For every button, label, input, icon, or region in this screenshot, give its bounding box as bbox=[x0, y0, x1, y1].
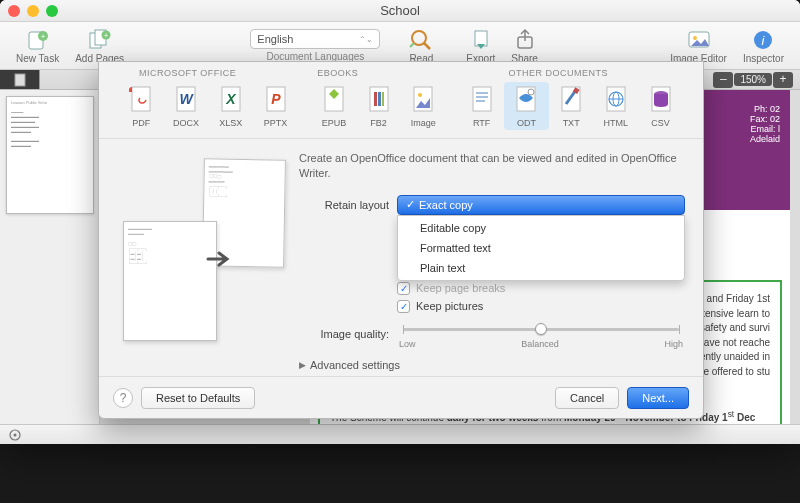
format-fb2[interactable]: FB2 bbox=[356, 82, 401, 130]
cancel-button[interactable]: Cancel bbox=[555, 387, 619, 409]
format-docx[interactable]: WDOCX bbox=[164, 82, 209, 130]
gear-icon[interactable] bbox=[8, 428, 22, 442]
checkmark-icon: ✓ bbox=[406, 198, 415, 211]
add-pages-icon: + bbox=[87, 27, 113, 53]
retain-option-formatted[interactable]: Formatted text bbox=[398, 238, 684, 258]
chevron-updown-icon: ⌃⌄ bbox=[359, 35, 373, 44]
format-categories: MICROSOFT OFFICE EBOOKS OTHER DOCUMENTS bbox=[99, 62, 703, 78]
conversion-preview: ▬▬▬▬▬▬▬▬▬▬▬◯◯◯▬▬▬▬┌──┬──┐│ │ │└──┴──┘ ▬▬… bbox=[117, 151, 287, 331]
status-bar bbox=[0, 424, 800, 444]
document-tab[interactable] bbox=[0, 70, 40, 89]
export-button[interactable]: Export bbox=[460, 25, 501, 66]
svg-rect-28 bbox=[378, 92, 381, 106]
window-title: School bbox=[380, 3, 420, 18]
format-pdf[interactable]: PDF bbox=[119, 82, 164, 130]
image-editor-button[interactable]: Image Editor bbox=[664, 25, 733, 66]
format-txt[interactable]: TXT bbox=[549, 82, 594, 130]
svg-text:+: + bbox=[104, 32, 108, 39]
svg-point-17 bbox=[14, 434, 17, 437]
add-pages-button[interactable]: + Add Pages bbox=[69, 25, 130, 66]
format-xlsx[interactable]: XXLSX bbox=[208, 82, 253, 130]
page-icon bbox=[14, 73, 26, 87]
zoom-out-button[interactable]: – bbox=[713, 72, 733, 88]
export-sheet: MICROSOFT OFFICE EBOOKS OTHER DOCUMENTS … bbox=[98, 61, 704, 419]
image-quality-slider[interactable] bbox=[403, 321, 679, 337]
svg-point-7 bbox=[412, 31, 426, 45]
svg-text:X: X bbox=[225, 91, 237, 107]
svg-text:P: P bbox=[271, 91, 281, 107]
help-button[interactable]: ? bbox=[113, 388, 133, 408]
zoom-window-button[interactable] bbox=[46, 5, 58, 17]
image-quality-label: Image quality: bbox=[299, 328, 389, 340]
zoom-controls: – 150% + bbox=[712, 70, 800, 89]
traffic-lights bbox=[8, 5, 58, 17]
svg-point-37 bbox=[528, 89, 534, 95]
retain-option-editable[interactable]: Editable copy bbox=[398, 218, 684, 238]
svg-point-31 bbox=[418, 93, 422, 97]
read-icon bbox=[408, 27, 434, 53]
language-selector[interactable]: English⌃⌄ Document Languages bbox=[250, 29, 380, 62]
zoom-value[interactable]: 150% bbox=[734, 73, 772, 86]
read-button[interactable]: Read bbox=[402, 25, 440, 66]
svg-rect-15 bbox=[15, 74, 25, 86]
format-rtf[interactable]: RTF bbox=[459, 82, 504, 130]
checkbox-icon: ✓ bbox=[397, 300, 410, 313]
disclosure-triangle-icon: ▶ bbox=[299, 360, 306, 370]
svg-rect-9 bbox=[475, 31, 487, 46]
new-task-button[interactable]: + New Task bbox=[10, 25, 65, 66]
retain-layout-label: Retain layout bbox=[299, 199, 389, 211]
keep-page-breaks-checkbox: ✓ Keep page breaks bbox=[397, 282, 685, 295]
svg-rect-27 bbox=[374, 92, 377, 106]
export-icon bbox=[468, 27, 494, 53]
format-html[interactable]: HTML bbox=[594, 82, 639, 130]
sheet-footer: ? Reset to Defaults Cancel Next... bbox=[99, 376, 703, 418]
arrow-icon bbox=[205, 246, 231, 272]
format-pptx[interactable]: PPPTX bbox=[253, 82, 298, 130]
retain-option-plain[interactable]: Plain text bbox=[398, 258, 684, 278]
svg-line-8 bbox=[424, 43, 430, 49]
titlebar: School bbox=[0, 0, 800, 22]
advanced-settings-toggle[interactable]: ▶ Advanced settings bbox=[299, 359, 685, 371]
share-button[interactable]: Share bbox=[505, 25, 544, 66]
new-task-icon: + bbox=[25, 27, 51, 53]
retain-layout-dropdown[interactable]: ✓Exact copy Editable copy Formatted text… bbox=[397, 195, 685, 215]
format-image[interactable]: Image bbox=[401, 82, 446, 130]
format-description: Create an OpenOffice document that can b… bbox=[299, 151, 685, 181]
reset-defaults-button[interactable]: Reset to Defaults bbox=[141, 387, 255, 409]
format-row: PDF WDOCX XXLSX PPPTX EPUB FB2 Image RTF… bbox=[99, 78, 703, 139]
format-odt[interactable]: ODT bbox=[504, 82, 549, 130]
svg-text:W: W bbox=[179, 91, 194, 107]
page-thumbnail[interactable]: Lawson Public Scho━━━━━━▬▬▬▬▬▬▬▬▬▬▬▬▬▬▬▬… bbox=[6, 96, 94, 214]
slider-knob[interactable] bbox=[535, 323, 547, 335]
inspector-icon: i bbox=[750, 27, 776, 53]
zoom-in-button[interactable]: + bbox=[773, 72, 793, 88]
svg-rect-18 bbox=[132, 87, 150, 111]
close-window-button[interactable] bbox=[8, 5, 20, 17]
svg-point-12 bbox=[693, 36, 697, 40]
inspector-button[interactable]: i Inspector bbox=[737, 25, 790, 66]
checkbox-icon: ✓ bbox=[397, 282, 410, 295]
image-editor-icon bbox=[686, 27, 712, 53]
share-icon bbox=[512, 27, 538, 53]
retain-layout-menu: Editable copy Formatted text Plain text bbox=[397, 215, 685, 281]
svg-rect-32 bbox=[473, 87, 491, 111]
minimize-window-button[interactable] bbox=[27, 5, 39, 17]
svg-text:+: + bbox=[40, 32, 45, 41]
thumbnail-panel: Lawson Public Scho━━━━━━▬▬▬▬▬▬▬▬▬▬▬▬▬▬▬▬… bbox=[0, 90, 100, 444]
format-epub[interactable]: EPUB bbox=[312, 82, 357, 130]
svg-rect-29 bbox=[382, 92, 384, 106]
format-csv[interactable]: CSV bbox=[638, 82, 683, 130]
next-button[interactable]: Next... bbox=[627, 387, 689, 409]
keep-pictures-checkbox[interactable]: ✓ Keep pictures bbox=[397, 300, 685, 313]
export-options: Create an OpenOffice document that can b… bbox=[299, 151, 685, 371]
